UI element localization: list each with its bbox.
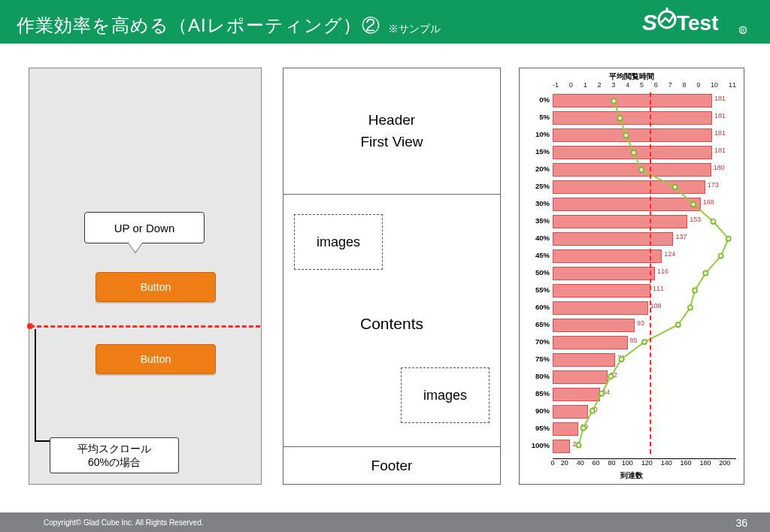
chart-bar bbox=[553, 370, 608, 384]
chart-y-label: 75% bbox=[523, 355, 550, 363]
chart-x-label: 到達数 bbox=[520, 470, 744, 481]
sitest-logo: S Test R bbox=[642, 8, 755, 38]
header-bar: 作業効率を高める（AIレポーティング）② ※サンプル S Test R bbox=[0, 0, 770, 44]
chart-y-label: 60% bbox=[523, 303, 550, 311]
chart-bar-value: 181 bbox=[714, 129, 726, 137]
panel-page-layout: Header First View images Contents images… bbox=[283, 68, 501, 485]
chart-bar-value: 93 bbox=[637, 319, 644, 327]
chart-bar-row: 10%181 bbox=[553, 127, 736, 144]
chart-bar bbox=[553, 163, 711, 177]
chart-bar-value: 153 bbox=[690, 216, 701, 223]
chart-bar bbox=[553, 440, 570, 453]
chart-y-label: 20% bbox=[523, 165, 550, 173]
chart-bar-value: 181 bbox=[714, 147, 726, 154]
chart-bar-value: 173 bbox=[708, 181, 719, 189]
chart-y-label: 55% bbox=[523, 286, 550, 294]
chart-bar-value: 180 bbox=[714, 164, 725, 171]
callout-up-or-down: UP or Down bbox=[84, 212, 205, 243]
chart-bar-row: 30%168 bbox=[553, 196, 736, 213]
chart-y-label: 25% bbox=[523, 182, 550, 190]
layout-image-placeholder: images bbox=[294, 214, 383, 270]
svg-text:R: R bbox=[741, 28, 744, 33]
chart-bar-row: 50%116 bbox=[553, 265, 736, 283]
chart-bar bbox=[553, 180, 705, 194]
chart-bar-value: 85 bbox=[630, 337, 638, 344]
chart-bar-row: 5%181 bbox=[553, 110, 736, 127]
chart-bar-row: 75%71 bbox=[553, 352, 736, 369]
chart-y-label: 5% bbox=[523, 113, 550, 121]
chart-y-label: 70% bbox=[523, 337, 550, 346]
chart-reference-line bbox=[650, 92, 651, 454]
chart-y-label: 50% bbox=[523, 268, 550, 277]
chart-bar-row: 95%29 bbox=[553, 421, 736, 438]
copyright-text: Copyright© Glad Cube Inc. All Rights Res… bbox=[44, 518, 203, 527]
sample-button-1[interactable]: Button bbox=[95, 272, 216, 302]
panel-chart: 平均閲覧時間 -101234567891011 0%1815%18110%181… bbox=[519, 68, 744, 485]
chart-bar bbox=[553, 198, 701, 211]
chart-bar-value: 111 bbox=[653, 285, 664, 292]
scroll-threshold-line bbox=[30, 325, 260, 328]
chart-bar bbox=[553, 284, 650, 298]
chart-bar-row: 65%93 bbox=[553, 317, 736, 334]
connector-line bbox=[35, 329, 36, 440]
chart-y-label: 65% bbox=[523, 320, 550, 328]
chart-y-label: 95% bbox=[523, 424, 550, 432]
chart-bar-value: 181 bbox=[714, 95, 726, 102]
chart-bottom-axis: 020406080100120140160180200 bbox=[553, 458, 736, 469]
chart-y-label: 30% bbox=[523, 199, 550, 207]
chart-bar-value: 71 bbox=[617, 354, 625, 361]
chart-bar bbox=[553, 388, 600, 401]
chart-top-title: 平均閲覧時間 bbox=[520, 68, 744, 82]
chart-bar-row: 90%40 bbox=[553, 404, 736, 421]
chart-bar-row: 35%153 bbox=[553, 213, 736, 231]
chart-bar bbox=[553, 232, 673, 246]
chart-bar bbox=[553, 249, 662, 263]
chart-bar-row: 0%181 bbox=[553, 92, 736, 110]
layout-image-placeholder: images bbox=[401, 367, 490, 423]
layout-header-section: Header First View bbox=[283, 68, 500, 195]
chart-bar-row: 40%137 bbox=[553, 231, 736, 248]
chart-bar-value: 29 bbox=[581, 423, 588, 431]
chart-bar-value: 40 bbox=[590, 406, 598, 413]
chart-y-label: 100% bbox=[523, 441, 550, 449]
chart-y-label: 10% bbox=[523, 130, 550, 138]
connector-line bbox=[35, 440, 51, 442]
chart-y-label: 35% bbox=[523, 216, 550, 225]
chart-bar-value: 181 bbox=[714, 112, 726, 119]
chart-bar-value: 168 bbox=[703, 198, 714, 206]
chart-bar-value: 62 bbox=[610, 371, 617, 379]
layout-contents-label: Contents bbox=[283, 315, 500, 333]
chart-y-label: 45% bbox=[523, 251, 550, 259]
chart-bar-row: 25%173 bbox=[553, 179, 736, 196]
chart-bar-value: 20 bbox=[572, 440, 580, 448]
chart-bar bbox=[553, 336, 628, 349]
page-number: 36 bbox=[735, 517, 747, 529]
chart-bar bbox=[553, 146, 712, 159]
svg-text:S: S bbox=[642, 10, 657, 35]
slide-title: 作業効率を高める（AIレポーティング）② bbox=[17, 14, 380, 38]
chart-bar-row: 70%85 bbox=[553, 334, 736, 352]
chart-y-label: 90% bbox=[523, 407, 550, 415]
chart-bar bbox=[553, 111, 712, 125]
chart-bar-row: 45%124 bbox=[553, 248, 736, 265]
chart-y-label: 15% bbox=[523, 147, 550, 156]
slide-subtitle: ※サンプル bbox=[388, 23, 441, 36]
chart-bar-value: 116 bbox=[657, 268, 668, 275]
chart-bar-value: 124 bbox=[664, 250, 675, 258]
chart-bar bbox=[553, 319, 635, 332]
chart-plot-area: 0%1815%18110%18115%18120%18025%17330%168… bbox=[553, 92, 736, 454]
chart-bar-value: 137 bbox=[675, 233, 687, 240]
chart-bar-row: 100%20 bbox=[553, 438, 736, 455]
chart-y-label: 80% bbox=[523, 372, 550, 380]
scroll-label-box: 平均スクロール 60%の場合 bbox=[50, 437, 179, 473]
chart-bar-row: 80%62 bbox=[553, 369, 736, 386]
chart-bar bbox=[553, 94, 712, 107]
chart-bar bbox=[553, 301, 648, 315]
svg-text:Test: Test bbox=[677, 11, 719, 35]
chart-bar bbox=[553, 215, 687, 228]
chart-bar-value: 54 bbox=[602, 388, 610, 396]
chart-bar-row: 55%111 bbox=[553, 283, 736, 300]
callout-tail-icon bbox=[128, 242, 143, 252]
sample-button-2[interactable]: Button bbox=[95, 344, 216, 374]
chart-bar bbox=[553, 267, 655, 280]
